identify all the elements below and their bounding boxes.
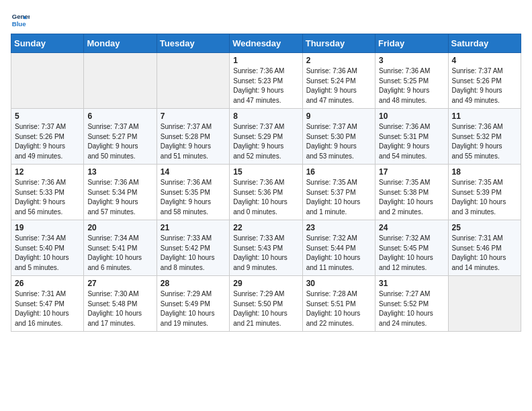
day-number: 13 xyxy=(87,167,152,177)
calendar-cell xyxy=(157,53,229,109)
day-info: Sunrise: 7:36 AM Sunset: 5:36 PM Dayligh… xyxy=(233,178,298,217)
calendar-cell xyxy=(84,53,157,109)
day-number: 15 xyxy=(233,167,298,177)
day-info: Sunrise: 7:35 AM Sunset: 5:39 PM Dayligh… xyxy=(452,178,517,217)
calendar-cell: 11Sunrise: 7:36 AM Sunset: 5:32 PM Dayli… xyxy=(448,109,521,165)
day-number: 9 xyxy=(306,111,371,121)
day-info: Sunrise: 7:37 AM Sunset: 5:29 PM Dayligh… xyxy=(233,122,298,161)
calendar-cell: 10Sunrise: 7:36 AM Sunset: 5:31 PM Dayli… xyxy=(375,109,448,165)
calendar-cell: 7Sunrise: 7:37 AM Sunset: 5:28 PM Daylig… xyxy=(157,109,229,165)
day-number: 19 xyxy=(15,223,80,232)
day-info: Sunrise: 7:30 AM Sunset: 5:48 PM Dayligh… xyxy=(87,289,152,328)
day-number: 23 xyxy=(306,223,371,232)
day-number: 5 xyxy=(15,111,80,121)
day-number: 11 xyxy=(452,111,517,121)
day-info: Sunrise: 7:36 AM Sunset: 5:25 PM Dayligh… xyxy=(379,66,444,105)
calendar-cell: 27Sunrise: 7:30 AM Sunset: 5:48 PM Dayli… xyxy=(84,276,157,332)
calendar-cell: 30Sunrise: 7:28 AM Sunset: 5:51 PM Dayli… xyxy=(302,276,375,332)
day-number: 7 xyxy=(161,111,226,121)
day-number: 26 xyxy=(15,279,80,288)
week-row-4: 19Sunrise: 7:34 AM Sunset: 5:40 PM Dayli… xyxy=(11,220,521,276)
day-info: Sunrise: 7:28 AM Sunset: 5:51 PM Dayligh… xyxy=(306,289,371,328)
calendar-cell xyxy=(11,53,84,109)
weekday-header-thursday: Thursday xyxy=(302,34,375,53)
logo: General Blue xyxy=(11,11,30,30)
calendar-cell: 21Sunrise: 7:33 AM Sunset: 5:42 PM Dayli… xyxy=(157,220,229,276)
day-info: Sunrise: 7:37 AM Sunset: 5:26 PM Dayligh… xyxy=(452,66,517,105)
page-container: General Blue SundayMondayTuesdayWednesda… xyxy=(0,0,532,337)
weekday-header-friday: Friday xyxy=(375,34,448,53)
day-info: Sunrise: 7:36 AM Sunset: 5:32 PM Dayligh… xyxy=(452,122,517,161)
calendar-cell: 8Sunrise: 7:37 AM Sunset: 5:29 PM Daylig… xyxy=(230,109,302,165)
calendar-cell: 22Sunrise: 7:33 AM Sunset: 5:43 PM Dayli… xyxy=(230,220,302,276)
day-info: Sunrise: 7:29 AM Sunset: 5:50 PM Dayligh… xyxy=(233,289,298,328)
day-info: Sunrise: 7:33 AM Sunset: 5:43 PM Dayligh… xyxy=(233,234,298,273)
calendar-cell: 31Sunrise: 7:27 AM Sunset: 5:52 PM Dayli… xyxy=(375,276,448,332)
day-info: Sunrise: 7:27 AM Sunset: 5:52 PM Dayligh… xyxy=(379,289,444,328)
day-info: Sunrise: 7:36 AM Sunset: 5:31 PM Dayligh… xyxy=(379,122,444,161)
calendar-cell: 24Sunrise: 7:32 AM Sunset: 5:45 PM Dayli… xyxy=(375,220,448,276)
calendar-cell: 6Sunrise: 7:37 AM Sunset: 5:27 PM Daylig… xyxy=(84,109,157,165)
day-number: 16 xyxy=(306,167,371,177)
day-info: Sunrise: 7:37 AM Sunset: 5:26 PM Dayligh… xyxy=(15,122,80,161)
day-info: Sunrise: 7:34 AM Sunset: 5:40 PM Dayligh… xyxy=(15,234,80,273)
calendar-cell: 16Sunrise: 7:35 AM Sunset: 5:37 PM Dayli… xyxy=(302,165,375,220)
svg-text:Blue: Blue xyxy=(12,20,26,28)
day-number: 3 xyxy=(379,56,444,65)
calendar-cell: 25Sunrise: 7:31 AM Sunset: 5:46 PM Dayli… xyxy=(448,220,521,276)
day-number: 8 xyxy=(233,111,298,121)
day-number: 17 xyxy=(379,167,444,177)
weekday-header-sunday: Sunday xyxy=(11,34,84,53)
week-row-2: 5Sunrise: 7:37 AM Sunset: 5:26 PM Daylig… xyxy=(11,109,521,165)
day-info: Sunrise: 7:35 AM Sunset: 5:37 PM Dayligh… xyxy=(306,178,371,217)
day-number: 30 xyxy=(306,279,371,288)
calendar-cell: 12Sunrise: 7:36 AM Sunset: 5:33 PM Dayli… xyxy=(11,165,84,220)
day-number: 2 xyxy=(306,56,371,65)
day-info: Sunrise: 7:36 AM Sunset: 5:34 PM Dayligh… xyxy=(87,178,152,217)
day-number: 18 xyxy=(452,167,517,177)
day-info: Sunrise: 7:37 AM Sunset: 5:27 PM Dayligh… xyxy=(87,122,152,161)
calendar-cell: 1Sunrise: 7:36 AM Sunset: 5:23 PM Daylig… xyxy=(230,53,302,109)
week-row-5: 26Sunrise: 7:31 AM Sunset: 5:47 PM Dayli… xyxy=(11,276,521,332)
day-number: 4 xyxy=(452,56,517,65)
day-info: Sunrise: 7:29 AM Sunset: 5:49 PM Dayligh… xyxy=(161,289,226,328)
week-row-1: 1Sunrise: 7:36 AM Sunset: 5:23 PM Daylig… xyxy=(11,53,521,109)
calendar-cell: 19Sunrise: 7:34 AM Sunset: 5:40 PM Dayli… xyxy=(11,220,84,276)
weekday-header-tuesday: Tuesday xyxy=(157,34,229,53)
calendar-cell: 26Sunrise: 7:31 AM Sunset: 5:47 PM Dayli… xyxy=(11,276,84,332)
day-number: 14 xyxy=(161,167,226,177)
page-header: General Blue xyxy=(11,11,521,30)
day-number: 1 xyxy=(233,56,298,65)
calendar-cell xyxy=(448,276,521,332)
calendar-cell: 9Sunrise: 7:37 AM Sunset: 5:30 PM Daylig… xyxy=(302,109,375,165)
day-info: Sunrise: 7:31 AM Sunset: 5:46 PM Dayligh… xyxy=(452,234,517,273)
day-info: Sunrise: 7:36 AM Sunset: 5:24 PM Dayligh… xyxy=(306,66,371,105)
day-info: Sunrise: 7:32 AM Sunset: 5:44 PM Dayligh… xyxy=(306,234,371,273)
day-number: 29 xyxy=(233,279,298,288)
day-info: Sunrise: 7:33 AM Sunset: 5:42 PM Dayligh… xyxy=(161,234,226,273)
day-number: 6 xyxy=(87,111,152,121)
weekday-header-saturday: Saturday xyxy=(448,34,521,53)
calendar-table: SundayMondayTuesdayWednesdayThursdayFrid… xyxy=(11,34,521,332)
day-number: 20 xyxy=(87,223,152,232)
calendar-cell: 29Sunrise: 7:29 AM Sunset: 5:50 PM Dayli… xyxy=(230,276,302,332)
day-info: Sunrise: 7:36 AM Sunset: 5:23 PM Dayligh… xyxy=(233,66,298,105)
day-number: 27 xyxy=(87,279,152,288)
day-number: 24 xyxy=(379,223,444,232)
calendar-cell: 17Sunrise: 7:35 AM Sunset: 5:38 PM Dayli… xyxy=(375,165,448,220)
day-info: Sunrise: 7:35 AM Sunset: 5:38 PM Dayligh… xyxy=(379,178,444,217)
day-number: 10 xyxy=(379,111,444,121)
day-number: 28 xyxy=(161,279,226,288)
calendar-cell: 28Sunrise: 7:29 AM Sunset: 5:49 PM Dayli… xyxy=(157,276,229,332)
day-number: 21 xyxy=(161,223,226,232)
day-number: 12 xyxy=(15,167,80,177)
day-info: Sunrise: 7:37 AM Sunset: 5:28 PM Dayligh… xyxy=(161,122,226,161)
calendar-cell: 20Sunrise: 7:34 AM Sunset: 5:41 PM Dayli… xyxy=(84,220,157,276)
calendar-cell: 4Sunrise: 7:37 AM Sunset: 5:26 PM Daylig… xyxy=(448,53,521,109)
calendar-cell: 13Sunrise: 7:36 AM Sunset: 5:34 PM Dayli… xyxy=(84,165,157,220)
svg-text:General: General xyxy=(12,13,30,20)
calendar-cell: 5Sunrise: 7:37 AM Sunset: 5:26 PM Daylig… xyxy=(11,109,84,165)
day-number: 22 xyxy=(233,223,298,232)
weekday-header-monday: Monday xyxy=(84,34,157,53)
day-number: 31 xyxy=(379,279,444,288)
